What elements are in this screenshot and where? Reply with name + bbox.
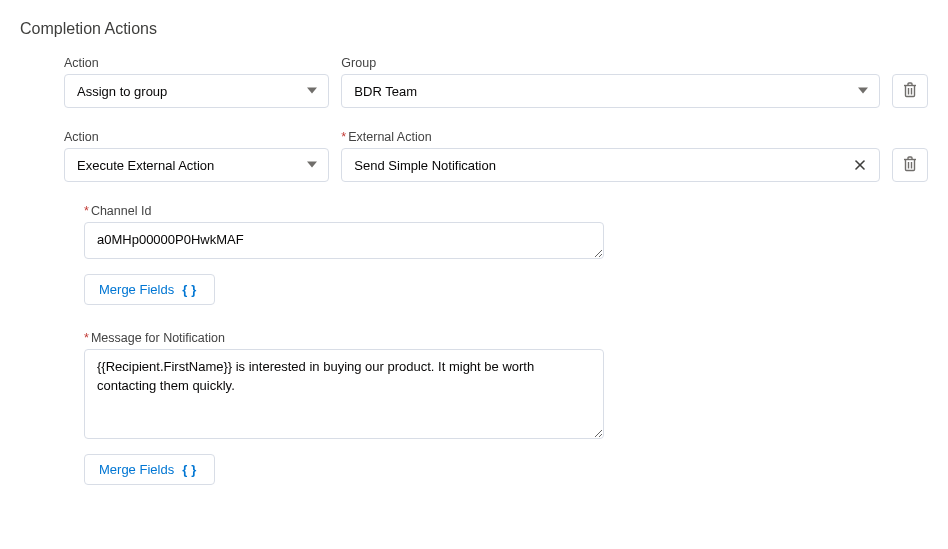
external-action-field: * External Action Send Simple Notificati… bbox=[341, 130, 880, 182]
action-label-2-text: Action bbox=[64, 130, 99, 144]
group-select-value: BDR Team bbox=[354, 84, 417, 99]
merge-fields-message-button[interactable]: Merge Fields {} bbox=[84, 454, 215, 485]
external-action-label: * External Action bbox=[341, 130, 880, 144]
completion-actions-content: Action Assign to group Group BDR Team bbox=[20, 56, 928, 485]
chevron-down-icon bbox=[857, 84, 869, 99]
svg-marker-0 bbox=[307, 88, 317, 94]
external-action-combo[interactable]: Send Simple Notification bbox=[341, 148, 880, 182]
chevron-down-icon bbox=[306, 84, 318, 99]
delete-row-1-button[interactable] bbox=[892, 74, 928, 108]
chevron-down-icon bbox=[306, 158, 318, 173]
svg-marker-2 bbox=[307, 162, 317, 168]
trash-icon bbox=[903, 156, 917, 175]
action-select-2[interactable]: Execute External Action bbox=[64, 148, 329, 182]
braces-icon: {} bbox=[182, 282, 200, 297]
action-row-2: Action Execute External Action * Externa… bbox=[64, 130, 928, 182]
merge-fields-label: Merge Fields bbox=[99, 282, 174, 297]
message-input[interactable] bbox=[84, 349, 604, 439]
message-label-text: Message for Notification bbox=[91, 331, 225, 345]
external-action-value: Send Simple Notification bbox=[354, 158, 496, 173]
required-asterisk: * bbox=[341, 130, 346, 144]
external-action-label-text: External Action bbox=[348, 130, 431, 144]
braces-icon: {} bbox=[182, 462, 200, 477]
channel-id-label: * Channel Id bbox=[84, 204, 928, 218]
action-select-2-value: Execute External Action bbox=[77, 158, 214, 173]
action-field-2: Action Execute External Action bbox=[64, 130, 329, 182]
trash-icon bbox=[903, 82, 917, 101]
channel-id-block: * Channel Id Merge Fields {} bbox=[84, 204, 928, 305]
required-asterisk: * bbox=[84, 331, 89, 345]
section-title: Completion Actions bbox=[20, 20, 928, 38]
message-label: * Message for Notification bbox=[84, 331, 928, 345]
group-label: Group bbox=[341, 56, 880, 70]
group-label-text: Group bbox=[341, 56, 376, 70]
group-select[interactable]: BDR Team bbox=[341, 74, 880, 108]
channel-id-input[interactable] bbox=[84, 222, 604, 259]
action-field: Action Assign to group bbox=[64, 56, 329, 108]
close-icon[interactable] bbox=[851, 156, 869, 174]
svg-marker-1 bbox=[858, 88, 868, 94]
message-block: * Message for Notification Merge Fields … bbox=[84, 331, 928, 485]
action-label-text: Action bbox=[64, 56, 99, 70]
channel-id-label-text: Channel Id bbox=[91, 204, 151, 218]
action-row-1: Action Assign to group Group BDR Team bbox=[64, 56, 928, 108]
merge-fields-label: Merge Fields bbox=[99, 462, 174, 477]
merge-fields-channel-button[interactable]: Merge Fields {} bbox=[84, 274, 215, 305]
external-action-params: * Channel Id Merge Fields {} * Message f… bbox=[64, 204, 928, 485]
required-asterisk: * bbox=[84, 204, 89, 218]
delete-row-2-button[interactable] bbox=[892, 148, 928, 182]
action-label-2: Action bbox=[64, 130, 329, 144]
group-field: Group BDR Team bbox=[341, 56, 880, 108]
action-select-1[interactable]: Assign to group bbox=[64, 74, 329, 108]
action-label: Action bbox=[64, 56, 329, 70]
action-select-1-value: Assign to group bbox=[77, 84, 167, 99]
